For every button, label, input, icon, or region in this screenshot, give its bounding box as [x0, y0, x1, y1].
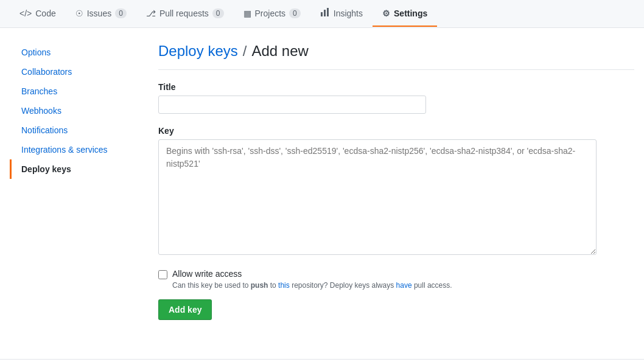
nav-projects[interactable]: ▦ Projects 0	[234, 1, 310, 27]
sidebar-item-integrations[interactable]: Integrations & services	[10, 140, 144, 159]
nav-projects-label: Projects	[255, 9, 286, 18]
svg-rect-2	[327, 8, 329, 16]
insights-icon	[320, 7, 330, 19]
write-access-label: Allow write access	[172, 269, 452, 279]
sidebar-item-notifications[interactable]: Notifications	[10, 120, 144, 140]
top-nav: </> Code ☉ Issues 0 ⎇ Pull requests 0 ▦ …	[0, 0, 644, 28]
write-access-description: Can this key be used to push to this rep…	[172, 281, 452, 290]
sidebar-item-deploy-keys[interactable]: Deploy keys	[10, 159, 144, 179]
breadcrumb-link[interactable]: Deploy keys	[158, 43, 238, 60]
sidebar-item-webhooks[interactable]: Webhooks	[10, 101, 144, 120]
title-label: Title	[158, 82, 634, 92]
pr-count: 0	[212, 9, 224, 18]
pull-request-icon: ⎇	[146, 9, 156, 18]
code-icon: </>	[19, 9, 32, 18]
nav-pr-label: Pull requests	[159, 9, 209, 18]
svg-rect-1	[324, 10, 326, 16]
page-title: Add new	[251, 43, 308, 60]
nav-code[interactable]: </> Code	[10, 1, 66, 27]
sidebar-item-options[interactable]: Options	[10, 43, 144, 62]
form: Title Key Allow write access Can this ke…	[158, 82, 634, 320]
nav-issues-label: Issues	[87, 9, 111, 18]
main-content: Deploy keys / Add new Title Key Allow wr…	[158, 43, 634, 320]
nav-code-label: Code	[35, 9, 55, 18]
key-group: Key	[158, 126, 634, 257]
have-link[interactable]: have	[396, 281, 412, 290]
breadcrumb-separator: /	[243, 43, 247, 60]
sidebar: Options Collaborators Branches Webhooks …	[10, 43, 144, 320]
issues-icon: ☉	[75, 9, 83, 18]
key-label: Key	[158, 126, 634, 136]
nav-insights-label: Insights	[334, 9, 363, 18]
settings-icon: ⚙	[382, 9, 390, 18]
nav-settings-label: Settings	[394, 9, 427, 18]
nav-issues[interactable]: ☉ Issues 0	[66, 1, 136, 27]
nav-insights[interactable]: Insights	[310, 0, 373, 27]
layout: Options Collaborators Branches Webhooks …	[0, 28, 644, 335]
bottom-divider	[0, 359, 644, 360]
projects-count: 0	[289, 9, 301, 18]
this-repo-link[interactable]: this	[278, 281, 290, 290]
title-group: Title	[158, 82, 634, 114]
issues-count: 0	[115, 9, 127, 18]
sidebar-item-branches[interactable]: Branches	[10, 82, 144, 101]
title-input[interactable]	[158, 96, 426, 114]
write-access-checkbox[interactable]	[158, 270, 167, 279]
sidebar-item-collaborators[interactable]: Collaborators	[10, 62, 144, 82]
write-access-text: Allow write access Can this key be used …	[172, 269, 452, 290]
svg-rect-0	[321, 12, 323, 16]
projects-icon: ▦	[243, 9, 251, 18]
key-textarea[interactable]	[158, 139, 597, 255]
nav-settings[interactable]: ⚙ Settings	[373, 1, 437, 27]
page-header: Deploy keys / Add new	[158, 43, 634, 70]
add-key-button[interactable]: Add key	[158, 299, 212, 320]
write-access-row: Allow write access Can this key be used …	[158, 269, 634, 290]
nav-pull-requests[interactable]: ⎇ Pull requests 0	[136, 1, 234, 27]
